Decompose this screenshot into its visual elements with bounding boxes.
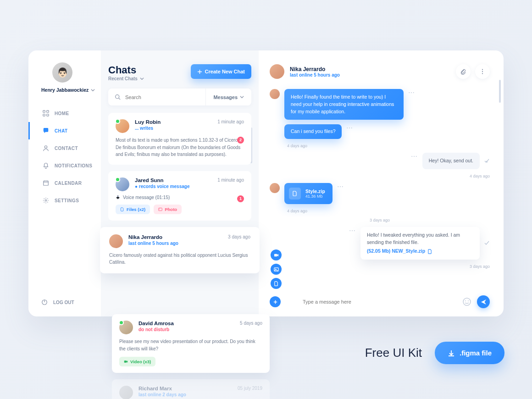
chip-label: Photo — [165, 207, 177, 212]
chat-preview: Cicero famously orated against his polit… — [109, 252, 250, 266]
user-avatar[interactable]: 👨🏻 — [52, 62, 72, 83]
nav-settings[interactable]: SETTINGS — [28, 192, 101, 209]
user-name: Henry Jabbawockiez — [41, 87, 89, 93]
avatar — [109, 234, 123, 248]
photo-chip[interactable]: Photo — [154, 205, 182, 214]
chat-icon — [43, 127, 49, 134]
attachment-button[interactable] — [456, 64, 471, 79]
svg-point-4 — [44, 146, 47, 148]
search-box[interactable] — [108, 89, 205, 105]
avatar — [270, 89, 280, 99]
messages: Hello! Finally found the time to write t… — [270, 79, 490, 289]
unread-badge: 2 — [237, 137, 244, 144]
chat-name: David Amrosa — [139, 321, 174, 326]
emoji-button[interactable] — [462, 297, 471, 306]
file-size: 41.36 Mb — [305, 194, 325, 199]
chat-time: 1 minute ago — [217, 119, 244, 124]
plus-icon — [273, 299, 278, 305]
chat-preview: Please see my new video presentation of … — [119, 338, 262, 352]
create-chat-button[interactable]: Create New Chat — [191, 64, 251, 79]
nav-contact[interactable]: CONTACT — [28, 139, 101, 157]
messages-filter[interactable]: Messages — [205, 89, 251, 105]
message-outgoing: Hello! I tweaked everything you asked. I… — [360, 227, 480, 260]
file-message[interactable]: Style.zip41.36 Mb — [284, 183, 332, 204]
chat-status: last online 5 hours ago — [128, 241, 178, 246]
message-menu[interactable]: ⋯ — [408, 89, 415, 96]
message-text: Hello! I tweaked everything you asked. I… — [367, 232, 460, 245]
message-menu[interactable]: ⋯ — [411, 153, 418, 160]
button-label: .figma file — [460, 349, 492, 357]
nav-label: CHAT — [55, 128, 68, 133]
attach-video-button[interactable] — [271, 249, 282, 260]
message-menu[interactable]: ⋯ — [346, 124, 353, 132]
nav-chat[interactable]: CHAT — [28, 122, 101, 139]
svg-point-20 — [468, 300, 469, 301]
message-menu[interactable]: ⋯ — [349, 227, 356, 234]
chat-name: Luy Robin — [135, 119, 161, 125]
search-input[interactable] — [125, 94, 199, 100]
video-chip[interactable]: Video (x3) — [119, 357, 155, 366]
scrollbar[interactable] — [499, 80, 501, 103]
download-icon — [448, 349, 455, 357]
chat-status: do not disturb — [139, 327, 174, 332]
message-incoming: Hello! Finally found the time to write t… — [284, 89, 404, 120]
grid-icon — [43, 110, 49, 116]
chat-list-panel: Chats Recent Chats Create New Chat Messa… — [101, 50, 259, 316]
svg-rect-2 — [43, 114, 45, 116]
nav-label: HOME — [55, 111, 69, 116]
chip-label: Video (x3) — [130, 359, 151, 364]
button-label: Create New Chat — [205, 69, 245, 74]
promo-text: Free UI Kit — [365, 346, 422, 360]
nav-calendar[interactable]: CALENDAR — [28, 174, 101, 192]
logout-button[interactable]: LOG OUT — [39, 296, 101, 308]
nav-notifications[interactable]: NOTIFICATIONS — [28, 157, 101, 174]
attach-image-button[interactable] — [271, 264, 282, 275]
svg-rect-15 — [274, 254, 277, 256]
message-input[interactable] — [303, 299, 457, 305]
mic-icon — [116, 195, 120, 200]
nav-label: LOG OUT — [53, 300, 74, 305]
chat-item[interactable]: Richard Marxlast online 2 days ago 05 ju… — [112, 379, 270, 399]
svg-point-11 — [159, 209, 160, 210]
avatar — [116, 119, 129, 133]
attach-file-button[interactable] — [271, 278, 282, 289]
send-button[interactable] — [477, 295, 490, 308]
add-attachment-button[interactable] — [270, 296, 281, 307]
nav-label: CONTACT — [55, 146, 78, 151]
message-outgoing: Hey! Okay, send out. — [422, 153, 480, 169]
chat-item[interactable]: Luy Robin... writes 1 minute ago Most of… — [108, 113, 251, 165]
chevron-down-icon — [240, 95, 244, 99]
file-label: (52.05 Mb) NEW_Style.zip — [367, 248, 425, 255]
chat-item[interactable]: David Amrosado not disturb 5 days ago Pl… — [112, 314, 270, 373]
nav-label: NOTIFICATIONS — [55, 163, 92, 168]
conversation-panel: Nika Jerrardolast online 5 hours ago Hel… — [259, 50, 504, 316]
conversation-name: Nika Jerrardo — [290, 66, 340, 72]
timestamp: 4 days ago — [270, 144, 490, 148]
paperclip-icon — [460, 68, 466, 75]
download-button[interactable]: .figma file — [435, 342, 504, 364]
svg-point-14 — [482, 73, 483, 74]
chat-list: Luy Robin... writes 1 minute ago Most of… — [108, 113, 251, 274]
recent-chats-dropdown[interactable]: Recent Chats — [108, 76, 144, 81]
more-button[interactable] — [475, 64, 490, 79]
file-link[interactable]: (52.05 Mb) NEW_Style.zip — [367, 248, 473, 255]
files-chip[interactable]: Files (x2) — [116, 205, 150, 214]
nav-label: CALENDAR — [55, 181, 82, 186]
chat-time: 3 days ago — [228, 234, 250, 239]
voice-message-row: Voice message (01:15) — [116, 195, 244, 200]
svg-rect-21 — [124, 360, 127, 363]
chat-item[interactable]: Jared Sunn● records voice message 1 minu… — [108, 171, 251, 221]
user-menu[interactable]: Henry Jabbawockiez — [41, 87, 101, 93]
message-menu[interactable]: ⋯ — [337, 183, 344, 190]
search-icon — [115, 94, 121, 100]
file-icon — [289, 188, 301, 200]
chat-name: Jared Sunn — [135, 177, 189, 183]
search-row: Messages — [108, 89, 251, 105]
svg-point-6 — [45, 200, 47, 201]
chat-item-active[interactable]: Nika Jerrardolast online 5 hours ago 3 d… — [100, 227, 260, 273]
nav-home[interactable]: HOME — [28, 105, 101, 122]
chip-label: Files (x2) — [127, 207, 145, 212]
svg-rect-1 — [47, 111, 49, 112]
attachment-menu — [271, 249, 282, 289]
svg-rect-5 — [44, 181, 49, 186]
